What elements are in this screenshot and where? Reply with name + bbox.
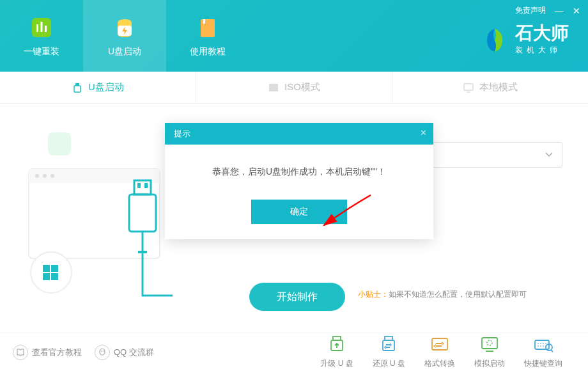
sub-tab-label: U盘启动	[88, 81, 124, 93]
usb-boot-icon	[111, 14, 138, 41]
svg-rect-35	[432, 338, 447, 350]
svg-rect-25	[137, 183, 141, 188]
tab-reinstall[interactable]: 一键重装	[0, 0, 83, 72]
action-restore[interactable]: 还原 U 盘	[373, 335, 405, 369]
svg-point-16	[43, 174, 47, 178]
svg-point-15	[35, 174, 39, 178]
start-make-button[interactable]: 开始制作	[249, 283, 345, 311]
nav-tabs: 一键重装 U盘启动 使用教程	[0, 0, 249, 72]
svg-point-38	[487, 340, 492, 345]
svg-rect-1	[36, 24, 38, 32]
close-button[interactable]: ✕	[573, 6, 580, 16]
restore-icon	[378, 335, 399, 354]
tab-label: 一键重装	[24, 46, 59, 58]
logo-icon	[481, 26, 509, 54]
modal-message: 恭喜您，启动U盘制作成功，本机启动键""！	[165, 145, 433, 200]
svg-point-29	[101, 351, 102, 352]
action-simulate[interactable]: 模拟启动	[474, 335, 505, 369]
svg-rect-6	[203, 19, 205, 24]
iso-icon	[268, 82, 279, 93]
svg-point-17	[50, 174, 54, 178]
svg-rect-34	[383, 340, 394, 351]
svg-point-18	[31, 252, 72, 293]
disclaimer-link[interactable]: 免责声明	[515, 5, 546, 16]
sub-tab-local[interactable]: 本地模式	[392, 72, 588, 103]
tab-usb-boot[interactable]: U盘启动	[83, 0, 166, 72]
sub-tab-iso[interactable]: ISO模式	[196, 72, 392, 103]
svg-rect-8	[74, 86, 81, 92]
svg-rect-23	[129, 194, 156, 232]
modal-ok-button[interactable]: 确定	[251, 200, 347, 224]
footer: 查看官方教程 QQ 交流群 升级 U 盘 还原 U 盘 格式转换 模拟启动 快捷…	[0, 333, 588, 371]
window-controls: 免责声明 — ✕	[515, 5, 580, 16]
svg-rect-27	[138, 251, 147, 253]
svg-rect-22	[51, 273, 58, 280]
modal-title: 提示	[174, 128, 190, 139]
usb-icon	[72, 82, 83, 93]
svg-rect-19	[43, 265, 50, 272]
sub-tab-usb[interactable]: U盘启动	[0, 72, 196, 103]
action-shortcut[interactable]: 快捷键查询	[524, 335, 562, 369]
shortcut-icon	[532, 335, 554, 354]
modal-dialog: 提示 ✕ 恭喜您，启动U盘制作成功，本机启动键""！ 确定	[165, 123, 433, 239]
svg-rect-20	[51, 265, 58, 272]
tip-text: 小贴士：如果不知道怎么配置，使用默认配置即可	[358, 289, 527, 300]
brand-title: 石大师	[515, 24, 569, 42]
modal-close-button[interactable]: ✕	[420, 128, 427, 138]
svg-rect-31	[333, 336, 341, 340]
svg-rect-2	[41, 22, 43, 32]
svg-rect-3	[45, 26, 47, 32]
svg-rect-36	[482, 338, 497, 349]
chevron-down-icon	[545, 152, 553, 157]
svg-point-28	[100, 349, 105, 355]
reinstall-icon	[28, 14, 55, 41]
simulate-icon	[479, 335, 500, 354]
illustration	[19, 123, 185, 315]
qq-icon	[95, 345, 110, 360]
tab-tutorial[interactable]: 使用教程	[166, 0, 249, 72]
svg-rect-21	[43, 273, 50, 280]
logo-area: 石大师 装机大师	[481, 24, 569, 56]
tab-label: 使用教程	[190, 46, 226, 58]
sub-tabs: U盘启动 ISO模式 本地模式	[0, 72, 588, 104]
tab-label: U盘启动	[108, 46, 141, 58]
svg-rect-10	[464, 84, 473, 90]
modal-header: 提示 ✕	[165, 123, 433, 145]
upgrade-icon	[326, 335, 348, 354]
sub-tab-label: ISO模式	[284, 81, 320, 93]
convert-icon	[429, 335, 451, 354]
minimize-button[interactable]: —	[555, 6, 564, 16]
svg-rect-5	[201, 19, 215, 37]
header: 一键重装 U盘启动 使用教程 石大师 装机大师 免责声明 — ✕	[0, 0, 588, 72]
svg-rect-33	[385, 336, 392, 340]
svg-point-30	[103, 351, 104, 352]
brand-subtitle: 装机大师	[515, 45, 569, 56]
action-convert[interactable]: 格式转换	[424, 335, 455, 369]
svg-rect-9	[269, 84, 278, 91]
action-upgrade[interactable]: 升级 U 盘	[320, 335, 353, 369]
book-icon	[13, 345, 28, 360]
svg-rect-26	[144, 183, 148, 188]
svg-line-43	[551, 350, 553, 352]
tutorial-link[interactable]: 查看官方教程	[13, 345, 82, 360]
sub-tab-label: 本地模式	[479, 81, 518, 93]
svg-rect-12	[48, 132, 71, 155]
monitor-icon	[463, 82, 474, 93]
qq-link[interactable]: QQ 交流群	[95, 345, 154, 360]
tutorial-icon	[194, 14, 221, 41]
